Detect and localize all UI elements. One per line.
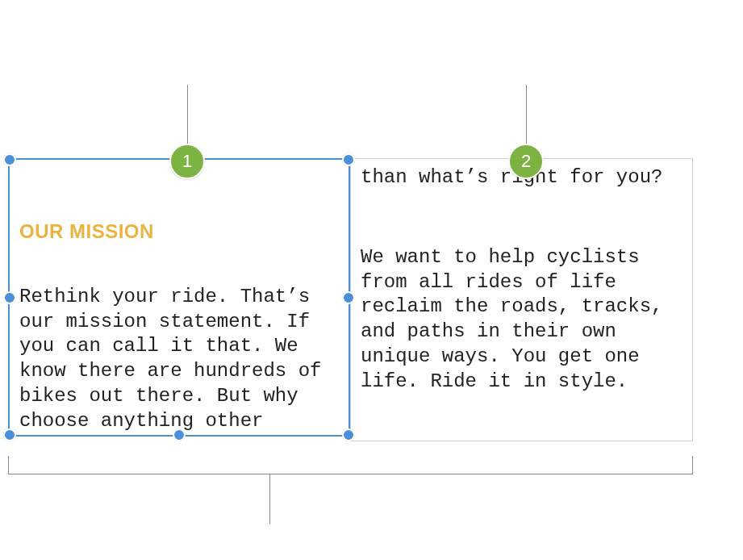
resize-handle-s[interactable]	[173, 428, 186, 441]
body-text-paragraph-2: We want to help cyclists from all rides …	[361, 245, 684, 394]
callout-badge-2: 2	[508, 144, 544, 179]
resize-handle-sw[interactable]	[3, 428, 16, 441]
body-text-paragraph-1: Rethink your ride. That’s our mission st…	[19, 285, 342, 433]
bracket-left-tick	[8, 456, 9, 474]
bracket-horizontal	[8, 474, 693, 474]
text-box-1-selected[interactable]: OUR MISSION Rethink your ride. That’s ou…	[8, 158, 350, 437]
resize-handle-ne[interactable]	[342, 153, 355, 166]
callout-badge-2-label: 2	[521, 151, 531, 172]
resize-handle-w[interactable]	[3, 291, 16, 304]
bracket-right-tick	[692, 456, 693, 474]
callout-badge-1-label: 1	[182, 151, 192, 172]
resize-handle-se[interactable]	[342, 428, 355, 441]
text-box-container: than what’s right for you? We want to he…	[8, 158, 693, 441]
mission-heading: OUR MISSION	[19, 220, 154, 243]
callout-badge-1: 1	[169, 144, 205, 179]
resize-handle-nw[interactable]	[3, 153, 16, 166]
bracket-stem	[269, 474, 270, 524]
text-box-2[interactable]: than what’s right for you? We want to he…	[350, 158, 693, 441]
resize-handle-e[interactable]	[342, 291, 355, 304]
